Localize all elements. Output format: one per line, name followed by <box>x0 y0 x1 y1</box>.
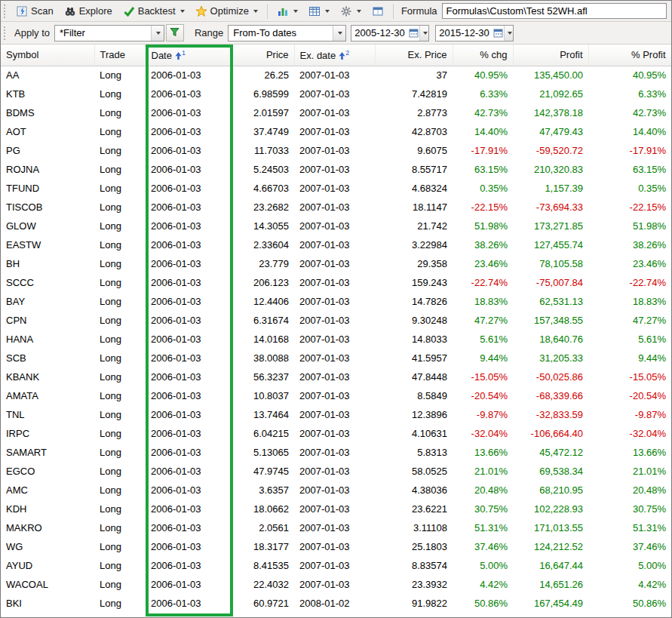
explore-button[interactable]: Explore <box>60 3 117 20</box>
cell-ex-date: 2007-01-03 <box>294 424 375 443</box>
column-header-ex-price[interactable]: Ex. Price <box>375 45 453 66</box>
cell-pct-profit: -17.91% <box>588 141 671 160</box>
cell-pct-chg: 18.83% <box>453 292 513 311</box>
result-row-SCCC[interactable]: SCCCLong2006-01-03206.1232007-01-03159.2… <box>1 273 671 292</box>
result-row-SCB[interactable]: SCBLong2006-01-0338.00882007-01-0341.595… <box>1 349 671 367</box>
cell-trade: Long <box>94 330 146 349</box>
cell-price: 6.04215 <box>232 424 294 443</box>
column-header-profit[interactable]: Profit <box>513 45 588 66</box>
column-header-pct-profit[interactable]: % Profit <box>588 45 671 66</box>
date-to-caret[interactable] <box>504 26 514 41</box>
cell-date: 2006-01-03 <box>146 254 232 273</box>
result-row-WG[interactable]: WGLong2006-01-0318.31772007-01-0325.1803… <box>1 537 671 556</box>
result-row-EGCO[interactable]: EGCOLong2006-01-0347.97452007-01-0358.05… <box>1 462 671 481</box>
result-row-BDMS[interactable]: BDMSLong2006-01-032.015972007-01-032.877… <box>1 103 671 122</box>
explore-icon <box>64 5 76 17</box>
cell-price: 2.0561 <box>232 518 294 537</box>
toolbar-grip[interactable] <box>4 26 7 40</box>
cell-pct-profit: 6.33% <box>588 85 671 103</box>
filter-select-caret[interactable] <box>151 26 164 41</box>
cell-ex-date: 2007-01-03 <box>294 198 375 217</box>
result-row-BKI[interactable]: BKILong2006-01-0360.97212008-01-0291.982… <box>1 594 671 613</box>
cell-ex-date: 2007-01-03 <box>294 141 375 160</box>
column-label: Ex. Price <box>407 49 446 60</box>
date-from-picker[interactable]: 2005-12-30 <box>351 25 429 42</box>
result-row-BH[interactable]: BHLong2006-01-0323.7792007-01-0329.35823… <box>1 254 671 273</box>
result-row-AMATA[interactable]: AMATALong2006-01-0310.80372007-01-038.58… <box>1 386 671 405</box>
cell-symbol: PG <box>1 141 94 160</box>
cell-profit: 157,348.55 <box>513 311 588 330</box>
filter-select[interactable]: *Filter <box>54 25 164 42</box>
result-row-WACOAL[interactable]: WACOALLong2006-01-0322.40322007-01-0323.… <box>1 575 671 594</box>
cell-pct-profit: -22.15% <box>588 198 671 217</box>
cell-profit: 69,538.34 <box>513 462 588 481</box>
settings-dropdown-icon <box>357 10 361 13</box>
result-row-PG[interactable]: PGLong2006-01-0311.70332007-01-039.6075-… <box>1 141 671 160</box>
column-header-date[interactable]: Date1 <box>146 45 232 66</box>
sort-indicator-icon: 1 <box>175 50 186 61</box>
column-header-ex-date[interactable]: Ex. date2 <box>294 45 375 66</box>
cell-ex-date: 2007-01-03 <box>294 500 375 518</box>
cell-ex-price: 5.8313 <box>375 443 453 462</box>
cell-trade: Long <box>94 575 146 594</box>
scan-button[interactable]: Scan <box>11 3 58 20</box>
result-row-AYUD[interactable]: AYUDLong2006-01-038.415352007-01-038.835… <box>1 556 671 575</box>
cell-profit: 62,531.13 <box>513 292 588 311</box>
cell-date: 2006-01-03 <box>146 235 232 254</box>
cell-pct-profit: -22.74% <box>588 273 671 292</box>
result-row-MAKRO[interactable]: MAKROLong2006-01-032.05612007-01-033.111… <box>1 518 671 537</box>
cell-date: 2006-01-03 <box>146 443 232 462</box>
new-analysis-window-button[interactable] <box>367 3 388 20</box>
formula-input[interactable] <box>442 3 667 19</box>
cell-trade: Long <box>94 594 146 613</box>
filter-settings-button[interactable] <box>166 24 184 42</box>
result-row-CPN[interactable]: CPNLong2006-01-036.316742007-01-039.3024… <box>1 311 671 330</box>
cell-trade: Long <box>94 273 146 292</box>
cell-price: 3.6357 <box>232 481 294 500</box>
result-row-AMC[interactable]: AMCLong2006-01-033.63572007-01-034.38036… <box>1 481 671 500</box>
result-row-GLOW[interactable]: GLOWLong2006-01-0314.30552007-01-0321.74… <box>1 217 671 235</box>
settings-button[interactable] <box>336 3 366 20</box>
cell-symbol: SCCC <box>1 273 94 292</box>
columns-setup-button[interactable] <box>304 3 334 20</box>
cell-ex-price: 3.22984 <box>375 235 453 254</box>
date-to-picker[interactable]: 2015-12-30 <box>435 25 514 42</box>
date-from-caret[interactable] <box>419 26 429 41</box>
result-row-BAY[interactable]: BAYLong2006-01-0312.44062007-01-0314.782… <box>1 292 671 311</box>
range-select-caret[interactable] <box>333 26 345 41</box>
column-header-pct-chg[interactable]: % chg <box>453 45 513 66</box>
cell-ex-date: 2007-01-03 <box>294 575 375 594</box>
toolbar-grip[interactable] <box>4 5 7 18</box>
filter-toolbar: Apply to *Filter Range From-To dates 200… <box>1 22 671 45</box>
cell-trade: Long <box>94 443 146 462</box>
column-label: Symbol <box>6 49 38 60</box>
result-row-AA[interactable]: AALong2006-01-0326.252007-01-033740.95%1… <box>1 66 671 85</box>
cell-profit: 1,157.39 <box>513 179 588 198</box>
result-row-TFUND[interactable]: TFUNDLong2006-01-034.667032007-01-034.68… <box>1 179 671 198</box>
optimize-button[interactable]: Optimize <box>191 3 262 20</box>
result-row-IRPC[interactable]: IRPCLong2006-01-036.042152007-01-034.106… <box>1 424 671 443</box>
result-row-TISCOB[interactable]: TISCOBLong2006-01-0323.26822007-01-0318.… <box>1 198 671 217</box>
cell-trade: Long <box>94 85 146 103</box>
window-icon <box>372 5 384 17</box>
column-header-symbol[interactable]: Symbol <box>1 45 94 66</box>
range-select[interactable]: From-To dates <box>228 25 346 42</box>
column-header-trade[interactable]: Trade <box>94 45 146 66</box>
result-row-TNL[interactable]: TNLLong2006-01-0313.74642007-01-0312.389… <box>1 405 671 424</box>
cell-pct-chg: 13.66% <box>453 443 513 462</box>
result-row-HANA[interactable]: HANALong2006-01-0314.01682007-01-0314.80… <box>1 330 671 349</box>
backtest-button[interactable]: Backtest <box>118 3 189 20</box>
result-row-KDH[interactable]: KDHLong2006-01-0318.06622007-01-0323.622… <box>1 500 671 518</box>
result-row-KTB[interactable]: KTBLong2006-01-036.985992007-01-037.4281… <box>1 85 671 103</box>
cell-date: 2006-01-03 <box>146 122 232 141</box>
column-header-price[interactable]: Price <box>232 45 294 66</box>
result-row-ROJNA[interactable]: ROJNALong2006-01-035.245032007-01-038.55… <box>1 160 671 179</box>
chart-view-button[interactable] <box>272 3 302 20</box>
cell-pct-profit: 14.40% <box>588 122 671 141</box>
result-row-EASTW[interactable]: EASTWLong2006-01-032.336042007-01-033.22… <box>1 235 671 254</box>
result-row-AOT[interactable]: AOTLong2006-01-0337.47492007-01-0342.870… <box>1 122 671 141</box>
cell-ex-price: 3.11108 <box>375 518 453 537</box>
result-row-SAMART[interactable]: SAMARTLong2006-01-035.130652007-01-035.8… <box>1 443 671 462</box>
date-from-value: 2005-12-30 <box>351 27 408 38</box>
result-row-KBANK[interactable]: KBANKLong2006-01-0356.32372007-01-0347.8… <box>1 367 671 386</box>
